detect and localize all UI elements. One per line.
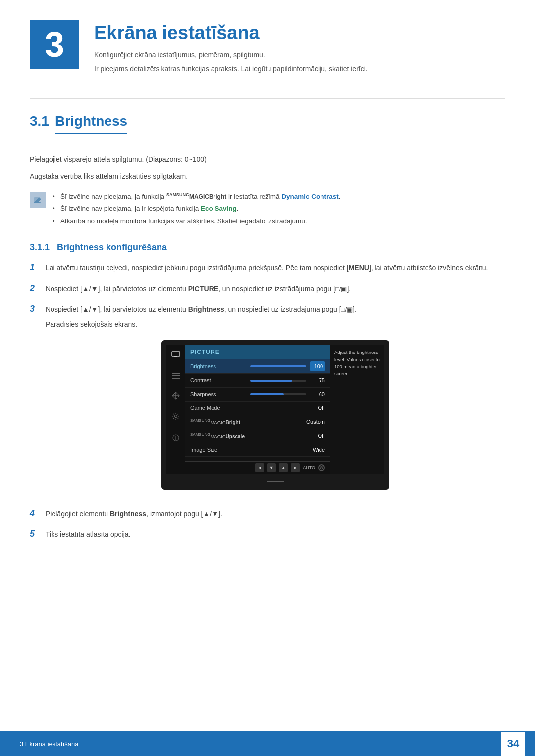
section-title: Brightness (55, 113, 127, 134)
svg-rect-6 (172, 378, 180, 379)
osd-header: PICTURE (185, 345, 330, 359)
sidebar-icon-gear (172, 412, 180, 424)
nav-up: ▲ (279, 463, 288, 472)
step-5: 5 Tiks iestatīta atlasītā opcija. (30, 529, 505, 541)
note-item-1: Šī izvēlne nav pieejama, ja funkcija SAM… (53, 191, 341, 202)
osd-row-contrast: Contrast 75 (185, 374, 330, 388)
step-3: 3 Nospiediet [▲/▼], lai pārvietotos uz e… (30, 304, 505, 500)
page-footer: 3 Ekrāna iestatīšana 34 (0, 731, 535, 756)
subsection-title: 3.1.1 Brightness konfigurēšana (30, 242, 505, 252)
step-1: 1 Lai atvērtu taustiņu ceļvedi, nospiedi… (30, 262, 505, 274)
osd-bar-fill-contrast (250, 380, 292, 382)
step-text-3: Nospiediet [▲/▼], lai pārvietotos uz ele… (46, 304, 505, 500)
step-number-5: 5 (30, 529, 46, 539)
svg-rect-4 (172, 373, 180, 374)
step-4: 4 Pielāgojiet elementu Brightness, izman… (30, 508, 505, 520)
osd-row-sharpness: Sharpness 60 (185, 388, 330, 402)
osd-label-imagesize: Image Size (190, 445, 250, 454)
body-text-2: Augstāka vērtība liks attēlam izskatītie… (30, 171, 505, 183)
osd-value-magicbright: Custom (306, 417, 325, 427)
chapter-header: 3 Ekrāna iestatīšana Konfigurējiet ekrān… (0, 0, 535, 88)
monitor-sidebar: i (166, 345, 185, 474)
step-number-3: 3 (30, 304, 46, 314)
body-text-1: Pielāgojiet vispārējo attēla spilgtumu. … (30, 154, 505, 166)
step-2: 2 Nospiediet [▲/▼], lai pārvietotos uz e… (30, 283, 505, 295)
osd-label-contrast: Contrast (190, 376, 246, 385)
nav-power-btn (318, 464, 325, 471)
subsection-311: 3.1.1 Brightness konfigurēšana 1 Lai atv… (30, 242, 505, 541)
svg-rect-5 (172, 375, 180, 376)
step-text-5: Tiks iestatīta atlasītā opcija. (46, 529, 505, 541)
osd-nav-bar: ◄ ▼ ▲ ► AUTO (185, 461, 330, 474)
osd-row-imagesize: Image Size Wide (185, 443, 330, 457)
nav-right: ► (291, 463, 300, 472)
step-text-1: Lai atvērtu taustiņu ceļvedi, nospiediet… (46, 262, 505, 274)
osd-row-magicbright: SAMSUNGMAGICBright Custom (185, 415, 330, 429)
osd-value-sharpness: 60 (310, 390, 325, 399)
osd-label-magicupscale: SAMSUNGMAGICUpscale (190, 431, 250, 441)
nav-left: ◄ (255, 463, 264, 472)
osd-value-brightness: 100 (310, 361, 325, 372)
osd-label-gamemode: Game Mode (190, 403, 250, 413)
note-box: Šī izvēlne nav pieejama, ja funkcija SAM… (30, 191, 505, 228)
osd-label-sharpness: Sharpness (190, 390, 246, 399)
step-number-2: 2 (30, 283, 46, 294)
osd-menu: PICTURE Brightness 100 (185, 345, 330, 474)
osd-value-contrast: 75 (310, 376, 325, 385)
pencil-icon (33, 195, 43, 205)
section-number: 3.1 (30, 113, 49, 129)
sidebar-icon-arrows (172, 392, 180, 403)
note-item-3: Atkarībā no modeļa monitora funkcijas va… (53, 216, 341, 227)
nav-auto-label: AUTO (303, 464, 315, 472)
osd-value-gamemode: Off (310, 403, 325, 413)
step-number-4: 4 (30, 508, 46, 519)
chapter-desc1: Konfigurējiet ekrāna iestatījumus, piemē… (94, 50, 368, 60)
monitor-screen: i PICTURE Brightness (166, 345, 384, 474)
monitor-outer: i PICTURE Brightness (161, 340, 389, 489)
step-number-1: 1 (30, 262, 46, 273)
menu-key: MENU (349, 264, 369, 272)
monitor-label: _______ (166, 474, 384, 484)
osd-bar-brightness (250, 365, 306, 367)
osd-row-brightness: Brightness 100 (185, 359, 330, 374)
chapter-title-block: Ekrāna iestatīšana Konfigurējiet ekrāna … (94, 20, 368, 78)
chapter-title: Ekrāna iestatīšana (94, 22, 368, 44)
sidebar-icon-info: i (172, 433, 179, 445)
nav-down: ▼ (267, 463, 276, 472)
osd-bar-fill-brightness (250, 365, 306, 367)
note-list: Šī izvēlne nav pieejama, ja funkcija SAM… (53, 191, 341, 228)
section-31: 3.1 Brightness Pielāgojiet vispārējo att… (0, 99, 535, 541)
steps-tail-list: 4 Pielāgojiet elementu Brightness, izman… (30, 508, 505, 541)
note-icon (30, 192, 46, 208)
chapter-desc2: Ir pieejams detalizēts katras funkcijas … (94, 63, 368, 74)
svg-text:i: i (175, 436, 177, 441)
osd-row-magicupscale: SAMSUNGMAGICUpscale Off (185, 429, 330, 443)
svg-rect-3 (174, 356, 177, 357)
osd-label-brightness: Brightness (190, 362, 246, 371)
chapter-number: 3 (30, 20, 79, 69)
osd-row-gamemode: Game Mode Off (185, 402, 330, 415)
sidebar-icon-monitor (171, 350, 180, 362)
osd-tooltip: Adjust the brightness level. Values clos… (330, 345, 384, 474)
osd-bar-contrast (250, 380, 306, 382)
svg-rect-2 (172, 352, 180, 356)
footer-chapter-label: 3 Ekrāna iestatīšana (20, 740, 79, 748)
steps-list: 1 Lai atvērtu taustiņu ceļvedi, nospiedi… (30, 262, 505, 499)
osd-bar-sharpness (250, 393, 306, 395)
note-item-2: Šī izvēlne nav pieejama, ja ir iespējota… (53, 203, 341, 215)
osd-value-magicupscale: Off (310, 431, 325, 441)
step-text-2: Nospiediet [▲/▼], lai pārvietotos uz ele… (46, 283, 505, 295)
sidebar-icon-lines (172, 371, 180, 383)
step-3-subtext: Parādīsies sekojošais ekrāns. (46, 319, 137, 331)
monitor-screenshot: i PICTURE Brightness (46, 340, 505, 489)
step-text-4: Pielāgojiet elementu Brightness, izmanto… (46, 508, 505, 520)
svg-point-7 (175, 415, 177, 417)
osd-bar-fill-sharpness (250, 393, 284, 395)
osd-value-imagesize: Wide (310, 445, 325, 454)
footer-page-number: 34 (501, 732, 525, 756)
page-wrapper: 3 Ekrāna iestatīšana Konfigurējiet ekrān… (0, 0, 535, 756)
osd-label-magicbright: SAMSUNGMAGICBright (190, 417, 248, 427)
